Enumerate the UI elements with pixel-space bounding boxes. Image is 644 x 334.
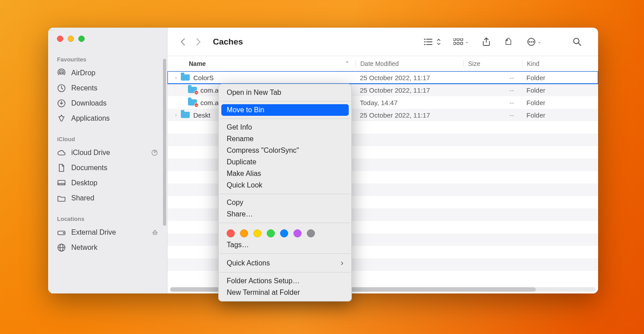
sidebar-item-documents[interactable]: Documents (48, 160, 167, 175)
action-menu-button[interactable]: ⌄ (522, 35, 546, 49)
group-by-button[interactable]: ⌄ (448, 35, 473, 49)
pie-icon (151, 149, 158, 156)
minimize-button[interactable] (68, 36, 74, 42)
sidebar-scrollbar[interactable] (163, 59, 166, 226)
cell-size: -- (463, 86, 522, 94)
tag-color-dot[interactable] (307, 229, 315, 237)
search-button[interactable] (568, 35, 587, 49)
context-menu-label: Quick Actions (227, 259, 270, 267)
column-name-label: Name (189, 60, 206, 67)
context-menu-item[interactable]: Folder Actions Setup… (219, 275, 351, 287)
sidebar-item-label: Recents (71, 84, 98, 92)
svg-rect-18 (453, 38, 456, 41)
context-menu-separator (220, 118, 351, 119)
folder-badge-icon (194, 90, 199, 95)
sidebar-item-downloads[interactable]: Downloads (48, 96, 167, 111)
sidebar-item-airdrop[interactable]: AirDrop (48, 65, 167, 81)
svg-rect-21 (453, 42, 456, 45)
file-name: com.a (200, 99, 219, 106)
context-menu-item[interactable]: New Terminal at Folder (219, 287, 351, 298)
back-button[interactable] (176, 36, 189, 48)
chevron-down-icon: ⌄ (538, 39, 541, 44)
context-menu-label: Move to Bin (227, 106, 264, 114)
context-menu-label: Tags… (227, 241, 249, 249)
svg-point-24 (506, 39, 508, 41)
disclosure-triangle-icon[interactable]: › (173, 75, 179, 80)
context-menu-item[interactable]: Compress "ColorSync" (219, 145, 351, 156)
tag-color-dot[interactable] (240, 229, 248, 237)
svg-rect-5 (58, 183, 65, 185)
context-menu-item[interactable]: Open in New Tab (219, 87, 351, 98)
context-menu-item[interactable]: Duplicate (219, 156, 351, 168)
column-name[interactable]: Name⌃ (189, 60, 355, 67)
sidebar-item-recents[interactable]: Recents (48, 81, 167, 96)
column-size[interactable]: Size (463, 60, 522, 67)
file-row[interactable]: ›ColorS25 October 2022, 11:17--Folder (167, 71, 598, 84)
context-menu-label: Get Info (227, 123, 252, 131)
context-menu-separator (220, 253, 351, 254)
sidebar-item-label: Documents (71, 164, 107, 172)
context-menu-label: Duplicate (227, 158, 257, 166)
cell-name: ›ColorS (173, 73, 355, 81)
sidebar-item-applications[interactable]: Applications (48, 111, 167, 126)
context-menu-separator (220, 223, 351, 223)
disclosure-triangle-icon[interactable]: › (173, 112, 179, 118)
sidebar-item-external-drive[interactable]: External Drive (48, 225, 167, 240)
sidebar-item-network[interactable]: Network (48, 240, 167, 255)
forward-button[interactable] (192, 36, 205, 48)
context-menu-label: Compress "ColorSync" (227, 147, 299, 155)
sidebar-item-label: Network (71, 244, 98, 252)
context-menu-label: Open in New Tab (227, 89, 281, 97)
view-mode-button[interactable] (420, 35, 445, 49)
context-menu-label: New Terminal at Folder (227, 289, 300, 297)
context-menu-item[interactable]: Move to Bin (221, 104, 349, 116)
sidebar-section: iCloudiCloud DriveDocumentsDesktopShared (48, 131, 167, 211)
sidebar-heading: Favourites (48, 53, 167, 65)
context-menu-item[interactable]: Make Alias (219, 168, 351, 179)
sort-caret-icon: ⌃ (345, 61, 349, 66)
cell-kind: Folder (522, 111, 598, 119)
close-button[interactable] (57, 36, 63, 42)
context-menu-item[interactable]: Copy (219, 197, 351, 208)
tag-color-dot[interactable] (227, 229, 235, 237)
context-menu-item[interactable]: Tags… (219, 239, 351, 251)
context-menu-separator (220, 272, 351, 273)
context-menu-label: Folder Actions Setup… (227, 277, 300, 285)
folder-icon (181, 111, 191, 119)
toolbar: Caches ⌄ ⌄ (167, 28, 598, 56)
column-kind[interactable]: Kind (522, 60, 598, 67)
context-menu-item[interactable]: Quick Actions (219, 257, 351, 269)
download-icon (57, 99, 66, 108)
context-menu-item[interactable]: Share… (219, 208, 351, 220)
context-menu-label: Copy (227, 199, 243, 207)
tag-color-dot[interactable] (280, 229, 288, 237)
folder-icon (181, 73, 191, 81)
folder-icon (188, 86, 198, 94)
cloud-icon (57, 148, 66, 157)
context-menu-item[interactable]: Quick Look (219, 179, 351, 191)
airdrop-icon (57, 69, 66, 77)
sidebar-item-shared[interactable]: Shared (48, 191, 167, 206)
context-menu-item[interactable]: Get Info (219, 122, 351, 133)
clock-icon (57, 84, 66, 93)
tag-color-dot[interactable] (267, 229, 275, 237)
tag-color-dot[interactable] (253, 229, 261, 237)
share-button[interactable] (477, 35, 496, 49)
context-menu-separator (220, 194, 351, 194)
cell-size: -- (463, 111, 522, 119)
sidebar-item-desktop[interactable]: Desktop (48, 175, 167, 191)
svg-rect-23 (461, 42, 463, 45)
tag-color-dot[interactable] (293, 229, 302, 237)
tags-button[interactable] (499, 35, 518, 49)
cell-kind: Folder (522, 99, 598, 106)
sidebar-section: LocationsExternal DriveNetwork (48, 211, 167, 261)
sidebar-item-label: Downloads (71, 99, 106, 107)
svg-rect-4 (58, 180, 65, 185)
sidebar-item-icloud-drive[interactable]: iCloud Drive (48, 145, 167, 160)
file-name: com.a (200, 86, 219, 94)
context-menu-item[interactable]: Rename (219, 133, 351, 145)
column-date[interactable]: Date Modified (355, 60, 463, 67)
zoom-button[interactable] (78, 36, 85, 42)
sidebar-item-label: External Drive (71, 228, 116, 236)
apps-icon (57, 114, 66, 123)
